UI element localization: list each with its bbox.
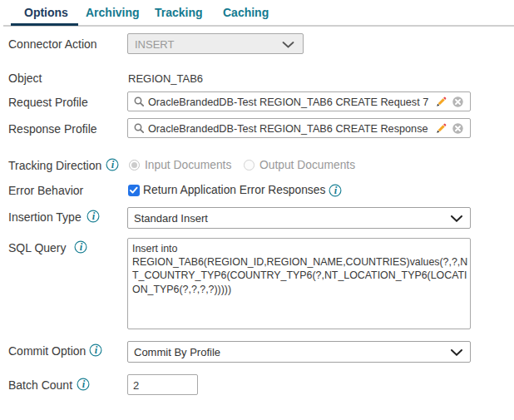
svg-text:i: i: [334, 185, 338, 196]
svg-text:i: i: [82, 378, 86, 390]
svg-text:i: i: [80, 241, 83, 253]
svg-text:i: i: [95, 344, 98, 356]
svg-text:i: i: [111, 159, 115, 170]
svg-text:i: i: [92, 210, 96, 222]
